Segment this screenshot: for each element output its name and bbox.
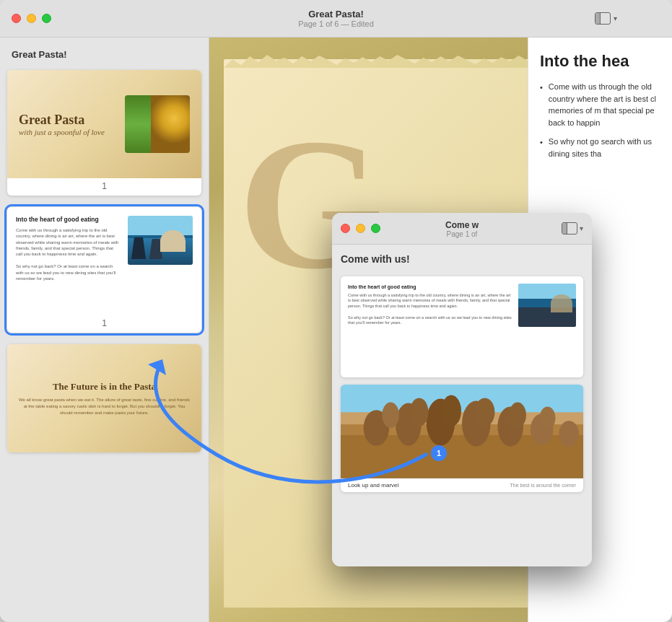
second-sidebar-title: Come with us!: [341, 253, 583, 265]
slide3-title: The Future is in the Pasta: [53, 381, 156, 393]
slide2-image: [128, 216, 193, 265]
slide1-image: [125, 95, 190, 153]
second-slide-preview: Into the heart of good eating Come with …: [341, 276, 583, 377]
bullet-icon-2: •: [540, 136, 543, 159]
svg-point-10: [559, 421, 579, 447]
colosseum-subcaption: The best is around the corner: [510, 483, 576, 488]
second-sidebar-icon: [562, 222, 577, 235]
mini-venice-slide: Into the heart of good eating Come with …: [341, 276, 583, 377]
maximize-button[interactable]: [42, 14, 51, 23]
second-window-body: Come with us! Into the heart of good eat…: [332, 245, 592, 566]
colosseum-image: [341, 385, 583, 478]
slide-number-2: 1: [7, 315, 201, 333]
close-button[interactable]: [12, 14, 21, 23]
chevron-down-icon: ▾: [614, 14, 617, 22]
right-bullet-2: • So why not go search with us dining si…: [540, 136, 660, 159]
sidebar-icon: [595, 12, 611, 25]
slide2-background: Into the heart of good eating Come with …: [7, 207, 201, 315]
right-bullet-text-2: So why not go search with us dining site…: [549, 136, 660, 159]
venice-scene: [128, 216, 193, 265]
slide-thumb-1-preview: Great Pasta with just a spoonful of love: [7, 70, 201, 178]
slide-thumb-1[interactable]: Great Pasta with just a spoonful of love…: [7, 70, 201, 196]
svg-point-15: [509, 402, 526, 428]
sidebar: Great Pasta! Great Pasta with just a spo…: [0, 38, 209, 622]
right-bullet-text-1: Come with us through the old country whe…: [549, 81, 660, 128]
slide3-background: The Future is in the Pasta We all know g…: [7, 344, 201, 452]
corn-image: [125, 95, 190, 153]
slide-thumb-3-preview: The Future is in the Pasta We all know g…: [7, 344, 201, 452]
mini-venice-body: Come with us through a satisfying trip t…: [348, 293, 512, 326]
mini-venice-title: Into the heart of good eating: [348, 284, 512, 291]
right-panel-title: Into the hea: [540, 52, 660, 71]
svg-point-11: [382, 402, 399, 428]
mini-venice-text: Into the heart of good eating Come with …: [348, 284, 512, 326]
colosseum-slide-thumb[interactable]: Look up and marvel The best is around th…: [341, 385, 583, 492]
slide1-subtitle: with just a spoonful of love: [19, 128, 125, 136]
second-title-bar: ▾: [332, 213, 592, 245]
slide-number-1: 1: [7, 178, 201, 196]
svg-point-13: [441, 395, 461, 426]
slide1-text: Great Pasta with just a spoonful of love: [19, 113, 125, 136]
traffic-lights: [12, 14, 51, 23]
svg-point-14: [475, 398, 495, 427]
slide-thumb-2-preview: Into the heart of good eating Come with …: [7, 207, 201, 315]
svg-point-12: [410, 398, 429, 427]
colosseum-caption-row: Look up and marvel The best is around th…: [341, 478, 583, 492]
sidebar-title: Great Pasta!: [7, 49, 201, 60]
sidebar-toggle-button[interactable]: ▾: [595, 12, 617, 25]
colosseum-svg: [341, 385, 583, 478]
slide1-background: Great Pasta with just a spoonful of love: [7, 70, 201, 178]
main-window-subtitle: Page 1 of 6 — Edited: [298, 19, 374, 28]
slide3-body: We all know great pasta when we eat it. …: [17, 397, 191, 416]
slide2-text: Into the heart of good eating Come with …: [16, 216, 121, 281]
second-minimize-button[interactable]: [356, 224, 365, 233]
second-window: ▾ Come w Page 1 of Come with us! Into th…: [332, 213, 592, 566]
main-window-title-group: Great Pasta! Page 1 of 6 — Edited: [298, 9, 374, 28]
badge-number: 1: [437, 449, 441, 457]
venice-building: [160, 230, 186, 252]
second-maximize-button[interactable]: [371, 224, 380, 233]
slide1-title: Great Pasta: [19, 113, 125, 128]
second-slide-thumb-1[interactable]: Into the heart of good eating Come with …: [341, 276, 583, 377]
bullet-icon-1: •: [540, 82, 543, 128]
right-bullet-1: • Come with us through the old country w…: [540, 81, 660, 128]
colosseum-caption-text: Look up and marvel: [348, 482, 398, 489]
second-sidebar-toggle[interactable]: ▾: [562, 222, 583, 235]
second-chevron-down-icon: ▾: [580, 224, 583, 232]
main-window-title: Great Pasta!: [298, 9, 374, 19]
second-traffic-lights: [341, 224, 380, 233]
minimize-button[interactable]: [27, 14, 36, 23]
colosseum-preview: [341, 385, 583, 478]
mini-venice-image: [518, 284, 576, 327]
slide2-title: Into the heart of good eating: [16, 216, 121, 224]
slide-thumb-2[interactable]: Into the heart of good eating Come with …: [7, 207, 201, 333]
svg-point-16: [540, 406, 556, 429]
main-title-bar: ▾ Great Pasta! Page 1 of 6 — Edited: [0, 0, 672, 38]
slide2-body: Come with us through a satisfying trip t…: [16, 227, 121, 282]
second-close-button[interactable]: [341, 224, 350, 233]
slide-badge: 1: [431, 445, 447, 461]
slide-thumb-3[interactable]: The Future is in the Pasta We all know g…: [7, 344, 201, 452]
